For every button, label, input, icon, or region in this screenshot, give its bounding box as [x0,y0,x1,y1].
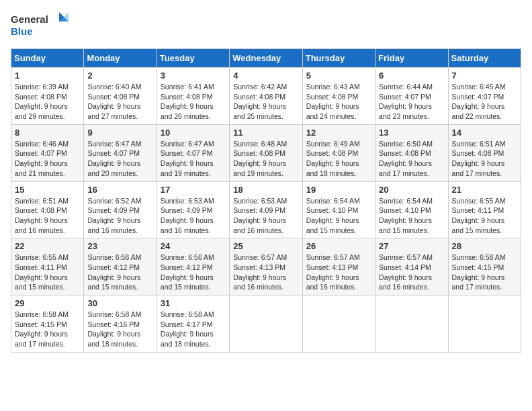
calendar-cell: 8Sunrise: 6:46 AM Sunset: 4:07 PM Daylig… [11,124,84,181]
svg-text:General: General [11,13,48,25]
day-of-week-header: Tuesday [157,49,229,68]
day-info: Sunrise: 6:42 AM Sunset: 4:08 PM Dayligh… [233,82,298,122]
calendar-cell: 18Sunrise: 6:53 AM Sunset: 4:09 PM Dayli… [230,181,302,238]
day-number: 13 [379,128,444,138]
calendar-week-row: 15Sunrise: 6:51 AM Sunset: 4:08 PM Dayli… [11,181,521,238]
calendar-cell: 6Sunrise: 6:44 AM Sunset: 4:07 PM Daylig… [375,68,448,125]
day-info: Sunrise: 6:58 AM Sunset: 4:15 PM Dayligh… [15,310,80,349]
day-info: Sunrise: 6:54 AM Sunset: 4:10 PM Dayligh… [379,196,444,236]
logo-svg: General Blue [11,11,71,40]
calendar-week-row: 29Sunrise: 6:58 AM Sunset: 4:15 PM Dayli… [11,295,521,353]
day-info: Sunrise: 6:55 AM Sunset: 4:11 PM Dayligh… [452,196,517,236]
calendar-cell: 10Sunrise: 6:47 AM Sunset: 4:07 PM Dayli… [157,124,229,181]
calendar-cell: 11Sunrise: 6:48 AM Sunset: 4:08 PM Dayli… [230,124,302,181]
day-info: Sunrise: 6:43 AM Sunset: 4:08 PM Dayligh… [306,82,371,122]
day-number: 22 [15,241,80,251]
day-number: 11 [233,128,298,138]
day-number: 21 [452,185,517,195]
calendar-cell: 4Sunrise: 6:42 AM Sunset: 4:08 PM Daylig… [230,68,302,125]
day-number: 31 [161,298,226,308]
day-info: Sunrise: 6:56 AM Sunset: 4:12 PM Dayligh… [87,253,152,292]
day-info: Sunrise: 6:50 AM Sunset: 4:08 PM Dayligh… [379,139,444,179]
day-info: Sunrise: 6:52 AM Sunset: 4:09 PM Dayligh… [87,196,152,236]
day-info: Sunrise: 6:53 AM Sunset: 4:09 PM Dayligh… [233,196,298,236]
calendar-cell: 27Sunrise: 6:57 AM Sunset: 4:14 PM Dayli… [375,238,448,295]
day-number: 5 [306,71,371,81]
day-info: Sunrise: 6:57 AM Sunset: 4:13 PM Dayligh… [306,253,371,292]
day-of-week-header: Friday [375,49,448,68]
day-number: 28 [452,241,517,251]
day-number: 1 [15,71,80,81]
calendar-cell: 17Sunrise: 6:53 AM Sunset: 4:09 PM Dayli… [157,181,229,238]
day-number: 23 [87,241,152,251]
day-of-week-header: Monday [84,49,157,68]
day-number: 29 [15,298,80,308]
calendar-cell: 2Sunrise: 6:40 AM Sunset: 4:08 PM Daylig… [84,68,157,125]
calendar-cell: 9Sunrise: 6:47 AM Sunset: 4:07 PM Daylig… [84,124,157,181]
calendar-cell: 19Sunrise: 6:54 AM Sunset: 4:10 PM Dayli… [302,181,375,238]
day-number: 14 [452,128,517,138]
calendar-cell [302,295,375,353]
calendar-cell: 3Sunrise: 6:41 AM Sunset: 4:08 PM Daylig… [157,68,229,125]
day-info: Sunrise: 6:45 AM Sunset: 4:07 PM Dayligh… [452,82,517,122]
calendar-cell: 28Sunrise: 6:58 AM Sunset: 4:15 PM Dayli… [448,238,521,295]
day-number: 6 [379,71,444,81]
calendar-cell: 1Sunrise: 6:39 AM Sunset: 4:08 PM Daylig… [11,68,84,125]
day-number: 19 [306,185,371,195]
calendar-cell [448,295,521,353]
day-number: 9 [87,128,152,138]
calendar-week-row: 1Sunrise: 6:39 AM Sunset: 4:08 PM Daylig… [11,68,521,125]
calendar-week-row: 8Sunrise: 6:46 AM Sunset: 4:07 PM Daylig… [11,124,521,181]
day-of-week-header: Thursday [302,49,375,68]
day-info: Sunrise: 6:57 AM Sunset: 4:13 PM Dayligh… [233,253,298,292]
calendar-cell: 12Sunrise: 6:49 AM Sunset: 4:08 PM Dayli… [302,124,375,181]
page-header: General Blue [11,11,521,40]
calendar-table: SundayMondayTuesdayWednesdayThursdayFrid… [11,48,521,353]
day-number: 16 [87,185,152,195]
calendar-cell: 24Sunrise: 6:56 AM Sunset: 4:12 PM Dayli… [157,238,229,295]
day-info: Sunrise: 6:58 AM Sunset: 4:15 PM Dayligh… [452,253,517,292]
logo: General Blue [11,11,71,40]
day-of-week-header: Saturday [448,49,521,68]
day-number: 10 [161,128,226,138]
day-info: Sunrise: 6:44 AM Sunset: 4:07 PM Dayligh… [379,82,444,122]
day-number: 25 [233,241,298,251]
day-number: 3 [161,71,226,81]
calendar-header-row: SundayMondayTuesdayWednesdayThursdayFrid… [11,49,521,68]
day-info: Sunrise: 6:58 AM Sunset: 4:16 PM Dayligh… [87,310,152,349]
day-info: Sunrise: 6:49 AM Sunset: 4:08 PM Dayligh… [306,139,371,179]
day-info: Sunrise: 6:47 AM Sunset: 4:07 PM Dayligh… [161,139,226,179]
day-number: 15 [15,185,80,195]
calendar-cell: 25Sunrise: 6:57 AM Sunset: 4:13 PM Dayli… [230,238,302,295]
calendar-cell: 13Sunrise: 6:50 AM Sunset: 4:08 PM Dayli… [375,124,448,181]
day-info: Sunrise: 6:51 AM Sunset: 4:08 PM Dayligh… [452,139,517,179]
day-info: Sunrise: 6:40 AM Sunset: 4:08 PM Dayligh… [87,82,152,122]
calendar-cell: 31Sunrise: 6:58 AM Sunset: 4:17 PM Dayli… [157,295,229,353]
day-number: 12 [306,128,371,138]
day-number: 20 [379,185,444,195]
calendar-cell: 26Sunrise: 6:57 AM Sunset: 4:13 PM Dayli… [302,238,375,295]
calendar-cell: 20Sunrise: 6:54 AM Sunset: 4:10 PM Dayli… [375,181,448,238]
calendar-cell: 16Sunrise: 6:52 AM Sunset: 4:09 PM Dayli… [84,181,157,238]
day-info: Sunrise: 6:41 AM Sunset: 4:08 PM Dayligh… [161,82,226,122]
day-number: 7 [452,71,517,81]
day-info: Sunrise: 6:39 AM Sunset: 4:08 PM Dayligh… [15,82,80,122]
calendar-cell: 30Sunrise: 6:58 AM Sunset: 4:16 PM Dayli… [84,295,157,353]
day-info: Sunrise: 6:54 AM Sunset: 4:10 PM Dayligh… [306,196,371,236]
calendar-cell: 5Sunrise: 6:43 AM Sunset: 4:08 PM Daylig… [302,68,375,125]
calendar-cell [375,295,448,353]
calendar-cell: 23Sunrise: 6:56 AM Sunset: 4:12 PM Dayli… [84,238,157,295]
day-info: Sunrise: 6:47 AM Sunset: 4:07 PM Dayligh… [87,139,152,179]
calendar-cell: 15Sunrise: 6:51 AM Sunset: 4:08 PM Dayli… [11,181,84,238]
day-info: Sunrise: 6:51 AM Sunset: 4:08 PM Dayligh… [15,196,80,236]
day-number: 2 [87,71,152,81]
day-of-week-header: Wednesday [230,49,302,68]
day-info: Sunrise: 6:53 AM Sunset: 4:09 PM Dayligh… [161,196,226,236]
calendar-cell: 7Sunrise: 6:45 AM Sunset: 4:07 PM Daylig… [448,68,521,125]
day-number: 30 [87,298,152,308]
calendar-cell: 29Sunrise: 6:58 AM Sunset: 4:15 PM Dayli… [11,295,84,353]
calendar-cell: 14Sunrise: 6:51 AM Sunset: 4:08 PM Dayli… [448,124,521,181]
day-number: 26 [306,241,371,251]
svg-text:Blue: Blue [11,26,33,37]
day-number: 4 [233,71,298,81]
